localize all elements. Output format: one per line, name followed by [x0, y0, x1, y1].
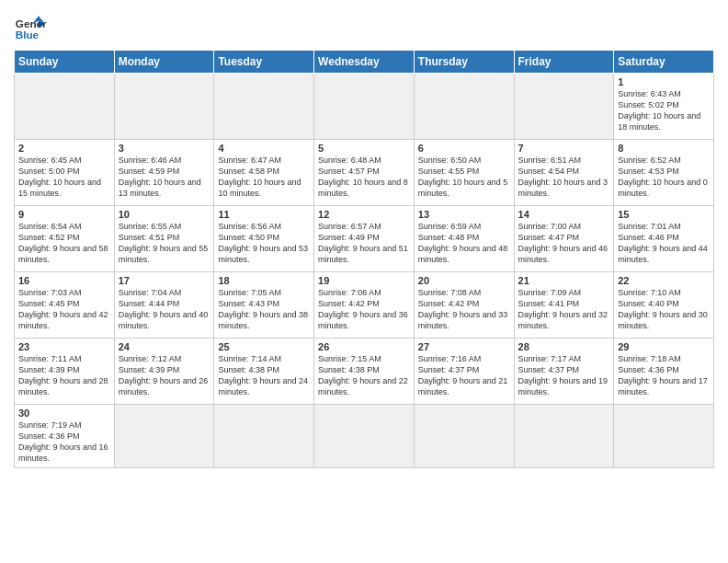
calendar-day-empty	[214, 74, 314, 140]
day-number: 26	[318, 341, 410, 352]
day-number: 8	[618, 143, 710, 154]
day-info: Sunrise: 7:18 AM Sunset: 4:36 PM Dayligh…	[618, 353, 710, 398]
day-number: 21	[518, 275, 610, 286]
calendar-day-empty	[114, 405, 214, 468]
day-info: Sunrise: 7:12 AM Sunset: 4:39 PM Dayligh…	[119, 353, 210, 398]
calendar-day-empty	[15, 74, 115, 140]
day-info: Sunrise: 7:03 AM Sunset: 4:45 PM Dayligh…	[18, 287, 110, 332]
day-info: Sunrise: 7:08 AM Sunset: 4:42 PM Dayligh…	[418, 287, 510, 332]
weekday-header-sunday: Sunday	[15, 51, 115, 74]
day-info: Sunrise: 6:55 AM Sunset: 4:51 PM Dayligh…	[119, 221, 210, 266]
calendar-day-empty	[314, 74, 415, 140]
day-number: 17	[119, 275, 210, 286]
calendar-day-16: 16Sunrise: 7:03 AM Sunset: 4:45 PM Dayli…	[15, 272, 115, 339]
calendar-day-4: 4Sunrise: 6:47 AM Sunset: 4:58 PM Daylig…	[214, 140, 314, 206]
calendar-day-empty	[514, 405, 614, 468]
calendar-day-24: 24Sunrise: 7:12 AM Sunset: 4:39 PM Dayli…	[114, 339, 214, 405]
calendar-week-3: 9Sunrise: 6:54 AM Sunset: 4:52 PM Daylig…	[15, 206, 714, 272]
calendar-day-23: 23Sunrise: 7:11 AM Sunset: 4:39 PM Dayli…	[15, 339, 115, 405]
calendar-day-3: 3Sunrise: 6:46 AM Sunset: 4:59 PM Daylig…	[114, 140, 214, 206]
day-info: Sunrise: 7:00 AM Sunset: 4:47 PM Dayligh…	[518, 221, 610, 266]
calendar-day-8: 8Sunrise: 6:52 AM Sunset: 4:53 PM Daylig…	[614, 140, 714, 206]
calendar-week-1: 1Sunrise: 6:43 AM Sunset: 5:02 PM Daylig…	[15, 74, 714, 140]
day-number: 2	[18, 143, 110, 154]
logo-icon: General Blue	[14, 9, 47, 42]
day-number: 16	[18, 275, 110, 286]
calendar-day-22: 22Sunrise: 7:10 AM Sunset: 4:40 PM Dayli…	[614, 272, 714, 339]
calendar-day-11: 11Sunrise: 6:56 AM Sunset: 4:50 PM Dayli…	[214, 206, 314, 272]
day-info: Sunrise: 7:16 AM Sunset: 4:37 PM Dayligh…	[418, 353, 510, 398]
calendar-day-13: 13Sunrise: 6:59 AM Sunset: 4:48 PM Dayli…	[414, 206, 514, 272]
day-info: Sunrise: 6:43 AM Sunset: 5:02 PM Dayligh…	[618, 88, 710, 133]
calendar-day-29: 29Sunrise: 7:18 AM Sunset: 4:36 PM Dayli…	[614, 339, 714, 405]
calendar-week-2: 2Sunrise: 6:45 AM Sunset: 5:00 PM Daylig…	[15, 140, 714, 206]
day-number: 10	[119, 209, 210, 220]
calendar-day-21: 21Sunrise: 7:09 AM Sunset: 4:41 PM Dayli…	[514, 272, 614, 339]
day-number: 29	[618, 341, 710, 352]
day-info: Sunrise: 7:06 AM Sunset: 4:42 PM Dayligh…	[318, 287, 410, 332]
day-info: Sunrise: 7:09 AM Sunset: 4:41 PM Dayligh…	[518, 287, 610, 332]
day-number: 7	[518, 143, 610, 154]
day-info: Sunrise: 6:56 AM Sunset: 4:50 PM Dayligh…	[218, 221, 310, 266]
day-number: 24	[119, 341, 210, 352]
calendar-day-17: 17Sunrise: 7:04 AM Sunset: 4:44 PM Dayli…	[114, 272, 214, 339]
day-number: 5	[318, 143, 410, 154]
header: General Blue	[14, 9, 714, 42]
calendar-week-4: 16Sunrise: 7:03 AM Sunset: 4:45 PM Dayli…	[15, 272, 714, 339]
calendar-day-18: 18Sunrise: 7:05 AM Sunset: 4:43 PM Dayli…	[214, 272, 314, 339]
day-info: Sunrise: 6:50 AM Sunset: 4:55 PM Dayligh…	[418, 155, 510, 200]
day-info: Sunrise: 6:57 AM Sunset: 4:49 PM Dayligh…	[318, 221, 410, 266]
day-number: 18	[218, 275, 310, 286]
calendar-day-20: 20Sunrise: 7:08 AM Sunset: 4:42 PM Dayli…	[414, 272, 514, 339]
calendar-day-28: 28Sunrise: 7:17 AM Sunset: 4:37 PM Dayli…	[514, 339, 614, 405]
day-number: 3	[119, 143, 210, 154]
weekday-header-row: SundayMondayTuesdayWednesdayThursdayFrid…	[15, 51, 714, 74]
day-number: 27	[418, 341, 510, 352]
day-info: Sunrise: 6:47 AM Sunset: 4:58 PM Dayligh…	[218, 155, 310, 200]
day-info: Sunrise: 7:17 AM Sunset: 4:37 PM Dayligh…	[518, 353, 610, 398]
day-number: 15	[618, 209, 710, 220]
day-info: Sunrise: 6:54 AM Sunset: 4:52 PM Dayligh…	[18, 221, 110, 266]
day-info: Sunrise: 7:01 AM Sunset: 4:46 PM Dayligh…	[618, 221, 710, 266]
calendar-day-19: 19Sunrise: 7:06 AM Sunset: 4:42 PM Dayli…	[314, 272, 415, 339]
calendar-day-empty	[414, 405, 514, 468]
calendar-table: SundayMondayTuesdayWednesdayThursdayFrid…	[14, 50, 714, 468]
day-number: 11	[218, 209, 310, 220]
day-info: Sunrise: 6:46 AM Sunset: 4:59 PM Dayligh…	[119, 155, 210, 200]
day-info: Sunrise: 7:04 AM Sunset: 4:44 PM Dayligh…	[119, 287, 210, 332]
calendar-day-30: 30Sunrise: 7:19 AM Sunset: 4:36 PM Dayli…	[15, 405, 115, 468]
day-number: 1	[618, 76, 710, 87]
calendar-day-14: 14Sunrise: 7:00 AM Sunset: 4:47 PM Dayli…	[514, 206, 614, 272]
calendar-day-empty	[514, 74, 614, 140]
weekday-header-wednesday: Wednesday	[314, 51, 415, 74]
weekday-header-monday: Monday	[114, 51, 214, 74]
calendar-page: General Blue SundayMondayTuesdayWednesda…	[0, 0, 728, 563]
weekday-header-friday: Friday	[514, 51, 614, 74]
calendar-day-9: 9Sunrise: 6:54 AM Sunset: 4:52 PM Daylig…	[15, 206, 115, 272]
calendar-day-empty	[614, 405, 714, 468]
calendar-day-empty	[414, 74, 514, 140]
day-number: 23	[18, 341, 110, 352]
day-number: 12	[318, 209, 410, 220]
day-info: Sunrise: 6:45 AM Sunset: 5:00 PM Dayligh…	[18, 155, 110, 200]
calendar-day-5: 5Sunrise: 6:48 AM Sunset: 4:57 PM Daylig…	[314, 140, 415, 206]
day-number: 20	[418, 275, 510, 286]
day-number: 25	[218, 341, 310, 352]
calendar-day-2: 2Sunrise: 6:45 AM Sunset: 5:00 PM Daylig…	[15, 140, 115, 206]
weekday-header-tuesday: Tuesday	[214, 51, 314, 74]
day-number: 22	[618, 275, 710, 286]
day-info: Sunrise: 7:10 AM Sunset: 4:40 PM Dayligh…	[618, 287, 710, 332]
day-info: Sunrise: 6:59 AM Sunset: 4:48 PM Dayligh…	[418, 221, 510, 266]
day-info: Sunrise: 7:19 AM Sunset: 4:36 PM Dayligh…	[18, 419, 110, 465]
calendar-week-6: 30Sunrise: 7:19 AM Sunset: 4:36 PM Dayli…	[15, 405, 714, 468]
calendar-day-empty	[214, 405, 314, 468]
calendar-day-10: 10Sunrise: 6:55 AM Sunset: 4:51 PM Dayli…	[114, 206, 214, 272]
day-info: Sunrise: 6:48 AM Sunset: 4:57 PM Dayligh…	[318, 155, 410, 200]
day-info: Sunrise: 7:11 AM Sunset: 4:39 PM Dayligh…	[18, 353, 110, 398]
day-number: 13	[418, 209, 510, 220]
day-number: 28	[518, 341, 610, 352]
logo: General Blue	[14, 9, 47, 42]
day-info: Sunrise: 6:52 AM Sunset: 4:53 PM Dayligh…	[618, 155, 710, 200]
day-number: 30	[18, 408, 110, 419]
calendar-day-15: 15Sunrise: 7:01 AM Sunset: 4:46 PM Dayli…	[614, 206, 714, 272]
